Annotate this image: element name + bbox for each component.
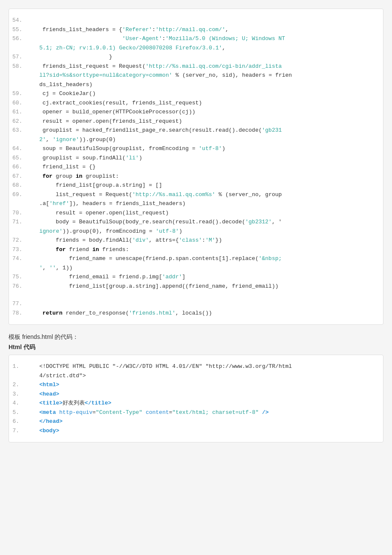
- line-number: 67.: [9, 172, 29, 181]
- table-row: 59. cj = CookieJar(): [9, 89, 383, 98]
- line-number: 71.: [9, 218, 29, 226]
- line-content: }: [29, 53, 376, 61]
- line-number: 74.: [9, 254, 29, 263]
- line-content: friends = body.findAll('div', attrs={'cl…: [29, 236, 376, 245]
- line-content: ignore')).group(0), fromEncoding = 'utf-…: [26, 227, 376, 236]
- line-number: 6.: [9, 417, 26, 426]
- line-content: cj = CookieJar(): [29, 90, 376, 98]
- line-number: [9, 136, 26, 144]
- line-number: 55.: [9, 26, 29, 34]
- line-number: 75.: [9, 273, 29, 281]
- line-content: <meta http-equiv="Content-Type" content=…: [26, 408, 376, 417]
- line-content: friend_list[group.a.string] = []: [29, 181, 376, 190]
- table-row: ', '', 1)): [9, 263, 383, 273]
- table-row: 75. friend_email = friend.p.img['addr']: [9, 272, 383, 282]
- line-number: 65.: [9, 154, 29, 162]
- line-number: 61.: [9, 108, 29, 116]
- table-row: 58. friends_list_request = Request('http…: [9, 62, 383, 71]
- line-number: 58.: [9, 62, 29, 71]
- line-content: for group in grouplist:: [29, 172, 376, 181]
- line-number: 7.: [9, 427, 26, 435]
- line-number: 57.: [9, 53, 29, 61]
- table-row: 76. friend_list[group.a.string].append((…: [9, 282, 383, 291]
- line-number: 77.: [9, 300, 29, 308]
- table-row: 2', 'ignore')).group(0): [9, 135, 383, 145]
- line-number: 68.: [9, 181, 29, 190]
- table-row: 73. for friend in friends:: [9, 245, 383, 254]
- line-number: 54.: [9, 16, 29, 25]
- line-content: <title>好友列表</title>: [26, 399, 376, 408]
- table-row: .a['href']), headers = friends_list_head…: [9, 199, 383, 208]
- line-number: 69.: [9, 191, 29, 199]
- table-row: 60. cj.extract_cookies(result, friends_l…: [9, 98, 383, 108]
- line-number: 56.: [9, 35, 29, 43]
- table-row: 62. result = opener.open(friends_list_re…: [9, 117, 383, 126]
- line-content: friend_email = friend.p.img['addr']: [29, 273, 376, 281]
- table-row: 77.: [9, 299, 383, 309]
- line-number: 4.: [9, 399, 26, 408]
- line-content: friend_list = {}: [29, 163, 376, 171]
- table-row: 64. soup = BeautifulSoup(grouplist, from…: [9, 144, 383, 153]
- line-number: [9, 291, 26, 299]
- line-content: return render_to_response('friends.html'…: [29, 309, 376, 318]
- table-row: 69. list_request = Request('http://%s.ma…: [9, 190, 383, 199]
- line-content: body = BeautifulSoup(body_re.search(resu…: [29, 218, 376, 226]
- line-content: grouplist = soup.findAll('li'): [29, 154, 376, 162]
- table-row: 78. return render_to_response('friends.h…: [9, 309, 383, 318]
- line-content: ll?sid=%s&sorttype=null&category=common'…: [26, 71, 376, 80]
- line-number: [9, 81, 26, 89]
- table-row: 68. friend_list[group.a.string] = []: [9, 181, 383, 190]
- line-content: 5.1; zh-CN; rv:1.9.0.1) Gecko/2008070208…: [26, 44, 376, 52]
- line-content: 4/strict.dtd">: [26, 372, 376, 380]
- line-number: 2.: [9, 381, 26, 389]
- line-content: [26, 291, 376, 299]
- line-content: </head>: [26, 417, 376, 426]
- table-row: 7. <body>: [9, 426, 383, 436]
- line-number: 59.: [9, 90, 29, 98]
- section1-label: 模板 friends.html 的代码：: [9, 333, 383, 341]
- line-content: 'User-Agent':'Mozilla/5.0 (Windows; U; W…: [29, 35, 376, 43]
- table-row: 2. <html>: [9, 380, 383, 390]
- table-row: 4. <title>好友列表</title>: [9, 399, 383, 408]
- line-number: [9, 372, 26, 380]
- table-row: 6. </head>: [9, 417, 383, 426]
- line-content: ds_list_headers): [26, 81, 376, 89]
- table-row: 74. friend_name = unescape(friend.p.span…: [9, 254, 383, 263]
- table-row: 5.1; zh-CN; rv:1.9.0.1) Gecko/2008070208…: [9, 43, 383, 53]
- line-content: ', '', 1)): [26, 264, 376, 272]
- line-number: [9, 44, 26, 52]
- table-row: [9, 291, 383, 299]
- line-content: friend_name = unescape(friend.p.span.con…: [29, 254, 376, 263]
- line-number: [9, 71, 26, 80]
- line-content: list_request = Request('http://%s.mail.q…: [29, 191, 376, 199]
- code-block-html: 1. <!DOCTYPE HTML PUBLIC "-//W3C//DTD HT…: [9, 355, 383, 442]
- line-number: 64.: [9, 145, 29, 153]
- line-content: [29, 16, 376, 25]
- line-content: [29, 300, 376, 308]
- line-content: 2', 'ignore')).group(0): [26, 136, 376, 144]
- line-content: friends_list_request = Request('http://%…: [29, 62, 376, 71]
- line-content: <head>: [26, 390, 376, 399]
- table-row: 5. <meta http-equiv="Content-Type" conte…: [9, 408, 383, 417]
- table-row: 70. result = opener.open(list_request): [9, 208, 383, 218]
- line-content: result = opener.open(list_request): [29, 209, 376, 217]
- line-content: <!DOCTYPE HTML PUBLIC "-//W3C//DTD HTML …: [26, 362, 376, 371]
- table-row: 61. opener = build_opener(HTTPCookieProc…: [9, 107, 383, 117]
- line-content: friend_list[group.a.string].append((frie…: [29, 282, 376, 291]
- table-row: 72. friends = body.findAll('div', attrs=…: [9, 236, 383, 245]
- line-content: friends_list_headers = {'Referer':'http:…: [29, 26, 376, 34]
- line-number: 78.: [9, 309, 29, 318]
- table-row: 56. 'User-Agent':'Mozilla/5.0 (Windows; …: [9, 34, 383, 43]
- code-block-python: 54.55. friends_list_headers = {'Referer'…: [9, 9, 383, 325]
- line-number: 62.: [9, 117, 29, 126]
- line-content: .a['href']), headers = friends_list_head…: [26, 199, 376, 208]
- table-row: 57. }: [9, 52, 383, 62]
- line-content: <body>: [26, 427, 376, 435]
- line-number: 66.: [9, 163, 29, 171]
- table-row: 65. grouplist = soup.findAll('li'): [9, 153, 383, 163]
- section1-bold: Html 代码: [9, 344, 383, 351]
- line-number: 3.: [9, 390, 26, 399]
- line-content: <html>: [26, 381, 376, 389]
- line-content: soup = BeautifulSoup(grouplist, fromEnco…: [29, 145, 376, 153]
- table-row: 1. <!DOCTYPE HTML PUBLIC "-//W3C//DTD HT…: [9, 362, 383, 371]
